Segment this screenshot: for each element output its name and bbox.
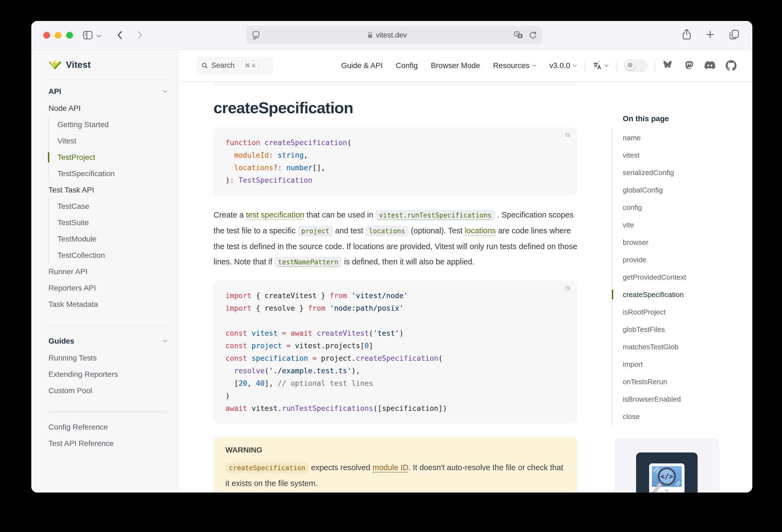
address-bar[interactable]: vitest.dev A [246, 26, 542, 44]
bluesky-icon[interactable] [663, 61, 674, 71]
sidebar-group-test-task-api[interactable]: Test Task API [48, 182, 167, 198]
sidebar-section-guides[interactable]: Guides [48, 332, 167, 350]
close-window-button[interactable] [43, 32, 50, 39]
nav-link-config[interactable]: Config [396, 61, 418, 70]
mastodon-icon[interactable] [684, 60, 694, 71]
tabs-overview-icon[interactable] [729, 29, 740, 40]
share-icon[interactable] [682, 29, 691, 41]
sidebar-group-node-api[interactable]: Node API [48, 100, 167, 116]
language-icon [593, 61, 602, 70]
warning-title: WARNING [225, 445, 565, 455]
toc-item-serializedconfig[interactable]: serializedConfig [623, 164, 743, 181]
toc-item-getprovidedcontext[interactable]: getProvidedContext [623, 269, 743, 286]
toc-item-matchestestglob[interactable]: matchesTestGlob [623, 338, 743, 356]
url-domain: vitest.dev [376, 31, 407, 39]
minimize-window-button[interactable] [55, 32, 62, 39]
back-icon[interactable] [116, 30, 123, 40]
toc-item-vite[interactable]: vite [623, 216, 743, 234]
warning-body: createSpecification expects resolved mod… [225, 460, 565, 491]
code: function createSpecification( moduleId: … [225, 136, 565, 186]
on-this-page: On this page namevitestserializedConfigg… [612, 82, 743, 425]
sidebar-item-testsuite[interactable]: TestSuite [58, 215, 167, 231]
language-menu[interactable] [593, 61, 609, 70]
sidebar-item-config-reference[interactable]: Config Reference [48, 419, 167, 435]
code-block-example: ts import { createVitest } from 'vitest/… [213, 281, 577, 423]
inline-link-test-specification[interactable]: test specification [246, 210, 304, 219]
toc-item-ontestsrerun[interactable]: onTestsRerun [623, 373, 743, 390]
toc-item-close[interactable]: close [623, 408, 743, 425]
nav-link-v3-0-0[interactable]: v3.0.0 [549, 61, 577, 70]
sidebar-item-test-api-reference[interactable]: Test API Reference [48, 435, 167, 452]
inline-code: createSpecification [225, 463, 309, 473]
sidebar-menu-chevron-icon[interactable] [96, 34, 102, 38]
search-button[interactable]: Search ⌘ K [197, 57, 273, 75]
toc-title: On this page [623, 114, 743, 123]
logo[interactable]: Vitest [48, 57, 167, 72]
vitest-logo-icon [48, 59, 62, 71]
sidebar-item-task-metadata[interactable]: Task Metadata [48, 296, 167, 313]
inline-code-link-testnamepattern[interactable]: testNamePattern [275, 257, 342, 268]
sun-icon [627, 62, 633, 68]
description-paragraph: Create a test specification that can be … [213, 207, 577, 270]
nav-link-resources[interactable]: Resources [493, 61, 536, 70]
nav-link-browser-mode[interactable]: Browser Mode [431, 61, 480, 70]
sidebar-item-getting-started[interactable]: Getting Started [58, 116, 167, 133]
sidebar-item-vitest[interactable]: Vitest [58, 133, 167, 149]
inline-link-module-id[interactable]: module ID [372, 463, 408, 472]
reload-icon[interactable] [529, 31, 537, 39]
lock-icon [367, 31, 373, 39]
divider [584, 61, 585, 71]
chevron-down-icon [573, 64, 577, 67]
divider [48, 325, 167, 326]
toc-item-config[interactable]: config [623, 199, 743, 216]
new-tab-icon[interactable] [706, 30, 715, 39]
toc-item-createspecification[interactable]: createSpecification [623, 286, 743, 303]
search-icon [202, 62, 208, 69]
toc-item-globtestfiles[interactable]: globTestFiles [623, 321, 743, 338]
sidebar-item-testmodule[interactable]: TestModule [58, 231, 167, 247]
translate-icon[interactable]: A [514, 31, 523, 39]
discord-icon[interactable] [704, 61, 716, 71]
toc-item-globalconfig[interactable]: globalConfig [623, 181, 743, 199]
sidebar-item-extending-reporters[interactable]: Extending Reporters [48, 366, 167, 383]
sidebar-item-testproject[interactable]: TestProject [58, 149, 167, 166]
chevron-down-icon [163, 90, 167, 93]
divider [616, 61, 617, 71]
sidebar-item-testcollection[interactable]: TestCollection [58, 247, 167, 263]
toc-item-browser[interactable]: browser [623, 234, 743, 251]
forward-icon[interactable] [136, 30, 143, 40]
sponsor-ad[interactable]: </> [614, 438, 719, 493]
sidebar-item-runner-api[interactable]: Runner API [48, 263, 167, 280]
chevron-down-icon [532, 64, 536, 67]
zoom-window-button[interactable] [66, 32, 73, 39]
toc-item-import[interactable]: import [623, 356, 743, 373]
inline-link-locations[interactable]: locations [465, 226, 496, 235]
inline-code-link-vitest-runtestspecifications[interactable]: vitest.runTestSpecifications [376, 210, 495, 220]
browser-toolbar: vitest.dev A [31, 21, 752, 50]
reader-icon[interactable] [252, 30, 260, 40]
inline-code: project [297, 226, 333, 236]
sidebar-toggle-icon[interactable] [82, 30, 94, 40]
divider [48, 412, 167, 412]
sidebar-item-testspecification[interactable]: TestSpecification [58, 166, 167, 182]
warning-callout: WARNING createSpecification expects reso… [213, 437, 577, 493]
theme-toggle[interactable] [624, 60, 647, 72]
toc-item-isbrowserenabled[interactable]: isBrowserEnabled [623, 390, 743, 408]
chevron-down-icon [604, 64, 609, 67]
divider [655, 61, 655, 71]
sidebar-item-running-tests[interactable]: Running Tests [48, 350, 167, 366]
sidebar-item-custom-pool[interactable]: Custom Pool [48, 383, 167, 399]
page-title: createSpecification [213, 99, 577, 117]
toc-item-name[interactable]: name [623, 129, 743, 146]
toc-item-isrootproject[interactable]: isRootProject [623, 303, 743, 321]
github-icon[interactable] [725, 60, 737, 71]
toc-item-vitest[interactable]: vitest [623, 146, 743, 164]
toc-item-provide[interactable]: provide [623, 251, 743, 269]
sidebar-item-reporters-api[interactable]: Reporters API [48, 280, 167, 296]
svg-text:A: A [516, 32, 518, 36]
url-text[interactable]: vitest.dev [260, 31, 514, 39]
sidebar-nav: APINode APIGetting StartedVitestTestProj… [48, 83, 167, 452]
sidebar-item-testcase[interactable]: TestCase [58, 198, 167, 215]
nav-link-guide-api[interactable]: Guide & API [341, 61, 383, 70]
sidebar-section-api[interactable]: API [48, 83, 167, 100]
